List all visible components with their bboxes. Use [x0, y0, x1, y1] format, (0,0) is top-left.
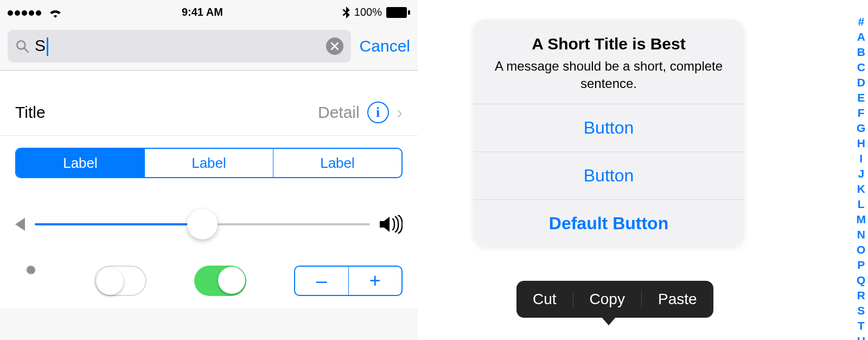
info-button[interactable]: i — [367, 102, 389, 123]
list-row[interactable]: Title Detail i › — [0, 89, 418, 136]
search-icon — [15, 39, 29, 53]
menu-arrow-icon — [601, 317, 616, 325]
index-letter[interactable]: # — [858, 14, 864, 29]
index-letter[interactable]: G — [857, 121, 865, 136]
index-letter[interactable]: B — [857, 45, 865, 60]
index-letter[interactable]: R — [857, 288, 865, 303]
svg-line-3 — [24, 48, 28, 52]
index-letter[interactable]: T — [858, 318, 865, 333]
search-bar: S Cancel — [0, 24, 418, 71]
segment-2[interactable]: Label — [145, 149, 273, 177]
stepper-minus[interactable]: – — [295, 267, 349, 295]
signal-dots-icon — [8, 6, 43, 18]
chevron-right-icon: › — [397, 102, 403, 123]
status-time: 9:41 AM — [182, 6, 223, 18]
menu-paste[interactable]: Paste — [642, 291, 713, 308]
index-letter[interactable]: O — [857, 242, 865, 257]
x-icon — [331, 42, 339, 50]
stepper: – + — [294, 266, 403, 296]
edit-menu: Cut Copy Paste — [516, 281, 713, 318]
actionsheet-button-1[interactable]: Button — [473, 104, 744, 152]
actionsheet-title: A Short Title is Best — [489, 35, 728, 53]
text-caret — [47, 37, 48, 56]
index-letter[interactable]: A — [857, 29, 865, 45]
segment-3[interactable]: Label — [273, 149, 401, 177]
index-letter[interactable]: N — [857, 227, 865, 242]
action-sheet: A Short Title is Best A message should b… — [473, 20, 744, 247]
wifi-icon — [48, 7, 62, 18]
menu-copy[interactable]: Copy — [573, 291, 642, 308]
slider[interactable] — [35, 223, 370, 225]
switch-on[interactable] — [194, 266, 246, 296]
section-index[interactable]: #ABCDEFGHIJKLMNOPQRSTU — [857, 14, 866, 340]
bluetooth-icon — [342, 7, 350, 18]
volume-high-icon — [380, 215, 403, 234]
actionsheet-button-2[interactable]: Button — [473, 152, 744, 199]
search-query: S — [35, 36, 46, 54]
menu-cut[interactable]: Cut — [516, 291, 573, 308]
index-letter[interactable]: I — [859, 151, 863, 166]
status-bar: 9:41 AM 100% — [0, 0, 418, 24]
phone-frame: 9:41 AM 100% S Cancel Title Detail i › L… — [0, 0, 418, 340]
svg-rect-0 — [386, 7, 407, 18]
activity-indicator — [15, 265, 47, 297]
battery-percent: 100% — [354, 6, 382, 18]
row-title: Title — [15, 103, 318, 122]
switch-off[interactable] — [94, 266, 146, 296]
index-letter[interactable]: D — [857, 75, 865, 90]
actionsheet-default-button[interactable]: Default Button — [473, 199, 744, 247]
slider-knob[interactable] — [187, 209, 218, 240]
index-letter[interactable]: L — [858, 197, 865, 212]
battery-icon — [386, 7, 410, 18]
svg-rect-1 — [408, 10, 410, 15]
index-letter[interactable]: C — [857, 60, 865, 75]
segmented-control[interactable]: Label Label Label — [15, 148, 403, 178]
index-letter[interactable]: Q — [857, 273, 865, 288]
stepper-plus[interactable]: + — [349, 267, 402, 295]
cancel-button[interactable]: Cancel — [360, 37, 410, 55]
index-letter[interactable]: P — [857, 257, 865, 273]
actionsheet-message: A message should be a short, complete se… — [489, 58, 728, 93]
index-letter[interactable]: U — [857, 333, 865, 340]
index-letter[interactable]: J — [858, 166, 864, 181]
index-letter[interactable]: E — [857, 90, 865, 105]
row-detail: Detail — [318, 103, 360, 122]
index-letter[interactable]: S — [857, 303, 865, 318]
segment-1[interactable]: Label — [16, 149, 145, 177]
index-letter[interactable]: F — [858, 105, 865, 121]
list: Title Detail i › — [0, 89, 418, 136]
index-letter[interactable]: H — [857, 136, 865, 151]
index-letter[interactable]: K — [857, 181, 865, 197]
volume-low-icon — [15, 218, 25, 231]
index-letter[interactable]: M — [857, 212, 866, 227]
clear-button[interactable] — [326, 37, 343, 55]
search-input[interactable]: S — [8, 30, 351, 62]
